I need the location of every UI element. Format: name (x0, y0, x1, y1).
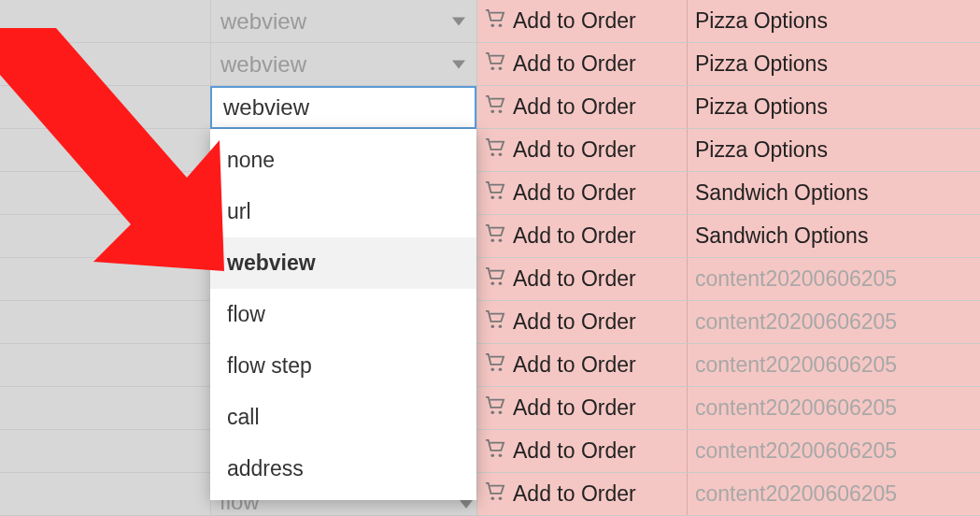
order-cell[interactable]: Add to Order (477, 129, 688, 171)
option-cell[interactable]: content20200606205 (688, 344, 980, 386)
dropdown-option[interactable]: flow step (210, 340, 476, 392)
table-row: webviewAdd to OrderPizza Options (0, 0, 980, 43)
cart-icon (485, 51, 505, 77)
option-cell[interactable]: Pizza Options (688, 129, 980, 171)
option-cell-label: Pizza Options (695, 8, 828, 34)
order-cell[interactable]: Add to Order (477, 86, 688, 128)
svg-point-3 (499, 66, 503, 70)
dropdown-triangle-icon[interactable] (452, 60, 465, 68)
svg-point-16 (490, 367, 494, 371)
svg-point-0 (490, 23, 494, 27)
svg-point-5 (499, 109, 503, 113)
table-row: Add to OrderSandwich Options (0, 215, 980, 258)
option-cell[interactable]: content20200606205 (688, 387, 980, 429)
order-cell-label: Add to Order (513, 438, 636, 464)
order-cell[interactable]: Add to Order (477, 344, 688, 386)
order-cell[interactable]: Add to Order (477, 215, 688, 257)
svg-point-12 (490, 281, 494, 285)
table-row: Add to Ordercontent20200606205 (0, 430, 980, 473)
order-cell[interactable]: Add to Order (477, 473, 688, 515)
type-select-input[interactable] (221, 93, 465, 122)
cart-icon (485, 438, 505, 464)
gutter-cell (0, 129, 211, 171)
gutter-cell (0, 387, 211, 429)
dropdown-option[interactable]: none (210, 135, 476, 186)
gutter-cell (0, 215, 211, 257)
svg-point-4 (490, 109, 494, 113)
option-cell-label: Pizza Options (695, 137, 828, 163)
option-cell-label: content20200606205 (695, 481, 897, 507)
svg-point-22 (490, 496, 494, 500)
order-cell[interactable]: Add to Order (477, 43, 688, 85)
dropdown-option[interactable]: call (210, 392, 476, 443)
gutter-cell (0, 430, 211, 472)
cart-icon (485, 180, 505, 206)
order-cell[interactable]: Add to Order (477, 430, 688, 472)
svg-point-14 (490, 324, 494, 328)
order-cell-label: Add to Order (513, 8, 636, 34)
option-cell[interactable]: Sandwich Options (688, 215, 980, 257)
svg-point-6 (490, 152, 494, 156)
cart-icon (485, 266, 505, 292)
svg-point-21 (499, 453, 503, 457)
svg-point-15 (499, 324, 503, 328)
option-cell-label: content20200606205 (695, 352, 897, 378)
cart-icon (485, 481, 505, 507)
option-cell[interactable]: Pizza Options (688, 0, 980, 42)
gutter-cell (0, 172, 211, 214)
order-cell[interactable]: Add to Order (477, 301, 688, 343)
option-cell-label: Pizza Options (695, 51, 828, 77)
svg-point-11 (499, 238, 503, 242)
dropdown-option[interactable]: url (210, 186, 476, 237)
type-select-cell[interactable]: webview (211, 43, 477, 85)
option-cell-label: content20200606205 (695, 309, 897, 335)
option-cell-label: Sandwich Options (695, 223, 868, 249)
svg-point-8 (490, 195, 494, 199)
order-cell-label: Add to Order (513, 352, 636, 378)
order-cell[interactable]: Add to Order (477, 387, 688, 429)
table-row: Add to Ordercontent20200606205 (0, 258, 980, 301)
cart-icon (485, 8, 505, 34)
svg-point-10 (490, 238, 494, 242)
svg-point-19 (499, 410, 503, 414)
option-cell[interactable]: content20200606205 (688, 258, 980, 300)
svg-point-7 (499, 152, 503, 156)
option-cell[interactable]: Pizza Options (688, 86, 980, 128)
order-cell[interactable]: Add to Order (477, 0, 688, 42)
order-cell-label: Add to Order (513, 481, 636, 507)
cart-icon (485, 137, 505, 163)
option-cell[interactable]: Sandwich Options (688, 172, 980, 214)
table-row: Add to Ordercontent20200606205 (0, 301, 980, 344)
svg-point-23 (499, 496, 503, 500)
option-cell[interactable]: Pizza Options (688, 43, 980, 85)
option-cell[interactable]: content20200606205 (688, 430, 980, 472)
table-row: Add to OrderSandwich Options (0, 172, 980, 215)
table-row: Add to OrderPizza Options (0, 129, 980, 172)
type-select-input-cell[interactable] (210, 86, 476, 129)
option-cell-label: content20200606205 (695, 438, 897, 464)
type-select-dropdown[interactable]: noneurlwebviewflowflow stepcalladdress (210, 129, 476, 500)
order-cell[interactable]: Add to Order (477, 172, 688, 214)
gutter-cell (0, 258, 211, 300)
order-cell[interactable]: Add to Order (477, 258, 688, 300)
dropdown-option[interactable]: flow (210, 289, 476, 340)
table-row: webviewAdd to OrderPizza Options (0, 43, 980, 86)
option-cell-label: content20200606205 (695, 266, 897, 292)
table-row: Add to Ordercontent20200606205 (0, 387, 980, 430)
option-cell[interactable]: content20200606205 (688, 301, 980, 343)
dropdown-triangle-icon[interactable] (452, 17, 465, 25)
order-cell-label: Add to Order (513, 223, 636, 249)
type-select-cell[interactable]: webview (211, 0, 477, 42)
dropdown-option[interactable]: address (210, 443, 476, 494)
order-cell-label: Add to Order (513, 94, 636, 120)
dropdown-option[interactable]: webview (210, 237, 476, 289)
type-select-label: webview (220, 51, 306, 78)
table-row: Add to Ordercontent20200606205 (0, 344, 980, 387)
option-cell[interactable]: content20200606205 (688, 473, 980, 515)
order-cell-label: Add to Order (513, 266, 636, 292)
svg-point-13 (499, 281, 503, 285)
order-cell-label: Add to Order (513, 309, 636, 335)
type-select-label: webview (220, 8, 306, 35)
svg-point-18 (490, 410, 494, 414)
cart-icon (485, 395, 505, 421)
